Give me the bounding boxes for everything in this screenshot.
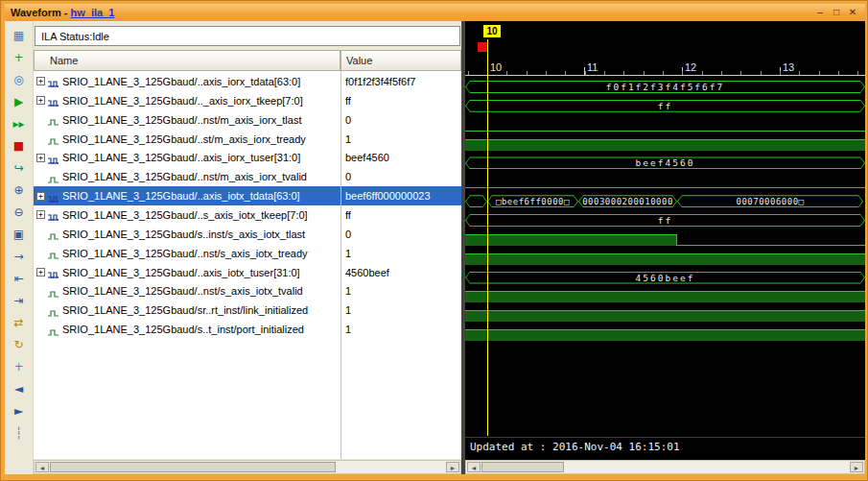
signal-row[interactable]: SRIO_1LANE_3_125Gbaud/..nst/s_axis_iotx_… xyxy=(34,244,461,263)
trigger-settings-button[interactable]: ◎ xyxy=(8,71,30,89)
scroll-left-arrow-icon[interactable]: ◄ xyxy=(35,462,49,472)
ruler-minor-tick xyxy=(623,71,624,75)
add-probes-button[interactable]: + xyxy=(8,49,30,67)
bus-wave-icon xyxy=(47,153,59,163)
hw-ila-link[interactable]: hw_ila_1 xyxy=(71,7,115,18)
add-marker-button[interactable]: + xyxy=(8,358,30,376)
ruler-minor-tick xyxy=(721,71,722,75)
signal-name-text: SRIO_1LANE_3_125Gbaud/..axis_iorx_tdata[… xyxy=(62,76,300,87)
dock-waveform-button[interactable]: ▦ xyxy=(8,27,30,45)
signal-name-cell: SRIO_1LANE_3_125Gbaud/..nst/m_axis_iorx_… xyxy=(34,110,340,130)
wave-row[interactable] xyxy=(465,230,865,250)
signal-row[interactable]: SRIO_1LANE_3_125Gbaud/..st/m_axis_iorx_t… xyxy=(34,130,461,149)
signal-row[interactable]: SRIO_1LANE_3_125Gbaud/..nst/m_axis_iorx_… xyxy=(34,167,461,186)
signal-row[interactable]: SRIO_1LANE_3_125Gbaud/..nst/s_axis_iotx_… xyxy=(34,281,461,301)
signal-low-trace xyxy=(677,234,865,246)
wave-row[interactable] xyxy=(465,287,865,306)
zoom-in-button[interactable]: ⊕ xyxy=(8,181,30,200)
previous-marker-button[interactable]: ◄ xyxy=(8,380,30,398)
bus-value-label: ff xyxy=(465,214,865,227)
signal-value-text: 0 xyxy=(345,114,351,126)
wave-row[interactable] xyxy=(465,306,865,325)
signal-name-cell: +SRIO_1LANE_3_125Gbaud/..axis_iorx_tdata… xyxy=(34,72,340,91)
expander-icon[interactable]: + xyxy=(36,96,45,105)
bus-value-segment: 4560beef xyxy=(465,272,865,284)
wave-row[interactable]: f0f1f2f3f4f5f6f7 xyxy=(465,78,865,97)
wave-row[interactable] xyxy=(465,173,865,192)
wave-row[interactable]: 4560beef xyxy=(465,269,865,288)
signal-row[interactable]: +SRIO_1LANE_3_125Gbaud/.._axis_iorx_tkee… xyxy=(34,91,461,110)
zoom-out-button[interactable]: ⊖ xyxy=(8,204,30,222)
signal-value-cell: 1 xyxy=(340,130,461,149)
goto-start-button[interactable]: ⇤ xyxy=(8,270,30,288)
expander-icon[interactable]: + xyxy=(36,268,45,277)
signal-value-text: 1 xyxy=(345,133,351,145)
stop-trigger-button[interactable]: ■ xyxy=(8,137,30,156)
zoom-fit-button[interactable]: ▣ xyxy=(8,226,30,244)
signal-row[interactable]: SRIO_1LANE_3_125Gbaud/s..t_inst/port_ini… xyxy=(34,320,461,339)
signal-value-cell: 1 xyxy=(340,281,461,301)
column-header-value[interactable]: Value xyxy=(340,50,461,71)
goto-cursor-button[interactable]: → xyxy=(8,248,30,266)
logic-wave-icon xyxy=(47,248,59,258)
wave-row[interactable]: □beef6ff0000□000300020001000000070006000… xyxy=(465,192,865,211)
refresh-button[interactable]: ↻ xyxy=(8,336,30,354)
wave-row[interactable] xyxy=(465,325,865,345)
expander-icon[interactable]: + xyxy=(36,192,45,201)
wave-row[interactable] xyxy=(465,250,865,269)
window-controls: – □ ✕ xyxy=(813,6,859,19)
time-ruler[interactable]: 10111213 xyxy=(465,21,865,76)
waveform-canvas[interactable]: 10111213 f0f1f2f3f4f5f6f7ffbeef4560□beef… xyxy=(465,21,865,460)
dashed-cursor-button[interactable]: ┆ xyxy=(8,424,30,443)
signal-row[interactable]: +SRIO_1LANE_3_125Gbaud/..axis_iotx_tuser… xyxy=(34,263,461,282)
close-button[interactable]: ✕ xyxy=(846,6,859,19)
logic-wave-icon xyxy=(47,286,59,297)
signal-value-text: 1 xyxy=(345,248,351,259)
signal-row[interactable]: SRIO_1LANE_3_125Gbaud/sr..rt_inst/link_i… xyxy=(34,301,461,320)
logic-wave-icon xyxy=(47,228,59,239)
title-bar[interactable]: Waveform - hw_ila_1 – □ ✕ xyxy=(5,4,865,21)
wave-row[interactable] xyxy=(465,135,865,155)
ruler-minor-tick xyxy=(740,71,741,75)
scroll-left-arrow-icon[interactable]: ◄ xyxy=(467,462,481,472)
wave-row[interactable]: ff xyxy=(465,211,865,230)
run-trigger-immediate-button[interactable]: ▸▸ xyxy=(8,115,30,133)
signal-row[interactable]: +SRIO_1LANE_3_125Gbaud/..axis_iotx_tdata… xyxy=(34,186,461,205)
scroll-right-arrow-icon[interactable]: ► xyxy=(850,462,863,472)
signal-row[interactable]: SRIO_1LANE_3_125Gbaud/s..inst/s_axis_iot… xyxy=(34,225,461,244)
export-ila-data-button[interactable]: ↪ xyxy=(8,159,30,178)
expander-icon[interactable]: + xyxy=(36,77,45,85)
signal-name-text: SRIO_1LANE_3_125Gbaud/..axis_iotx_tuser[… xyxy=(62,267,300,278)
swap-cursors-button[interactable]: ⇄ xyxy=(8,314,30,332)
bus-wave-icon xyxy=(47,267,59,277)
cursor-marker-label[interactable]: 10 xyxy=(483,25,501,37)
wave-row[interactable] xyxy=(465,116,865,135)
signal-row[interactable]: +SRIO_1LANE_3_125Gbaud/..axis_iorx_tuser… xyxy=(34,148,461,167)
signal-name-cell: SRIO_1LANE_3_125Gbaud/s..inst/s_axis_iot… xyxy=(34,225,340,244)
scroll-right-arrow-icon[interactable]: ► xyxy=(446,462,459,472)
signal-row[interactable]: +SRIO_1LANE_3_125Gbaud/..axis_iorx_tdata… xyxy=(34,72,461,91)
wave-row[interactable]: beef4560 xyxy=(465,154,865,173)
goto-end-button[interactable]: ⇥ xyxy=(8,292,30,310)
scrollbar-thumb[interactable] xyxy=(50,462,336,472)
waveform-hscrollbar[interactable]: ◄ ► xyxy=(465,460,865,474)
scrollbar-thumb[interactable] xyxy=(481,462,564,472)
signal-row[interactable]: SRIO_1LANE_3_125Gbaud/..nst/m_axis_iorx_… xyxy=(34,110,461,130)
window-content: ▦+◎▶▸▸■↪⊕⊖▣→⇤⇥⇄↻+◄►┆ ILA Status:Idle Nam… xyxy=(5,21,865,474)
expander-icon[interactable]: + xyxy=(36,154,45,162)
maximize-button[interactable]: □ xyxy=(830,6,843,19)
cursor-line[interactable] xyxy=(487,39,488,436)
ruler-minor-tick xyxy=(468,71,469,75)
wave-row[interactable]: ff xyxy=(465,97,865,116)
run-trigger-button[interactable]: ▶ xyxy=(8,93,30,111)
expander-icon[interactable]: + xyxy=(36,210,45,219)
signal-value-text: 1 xyxy=(345,285,351,297)
name-table-hscrollbar[interactable]: ◄ ► xyxy=(34,460,461,474)
column-splitter[interactable] xyxy=(340,71,341,459)
signal-high-trace xyxy=(465,253,865,265)
minimize-button[interactable]: – xyxy=(813,6,827,19)
next-marker-button[interactable]: ► xyxy=(8,402,30,421)
column-header-name[interactable]: Name xyxy=(34,50,340,71)
signal-row[interactable]: +SRIO_1LANE_3_125Gbaud/..s_axis_iotx_tke… xyxy=(34,205,461,225)
ruler-minor-tick xyxy=(682,71,683,75)
